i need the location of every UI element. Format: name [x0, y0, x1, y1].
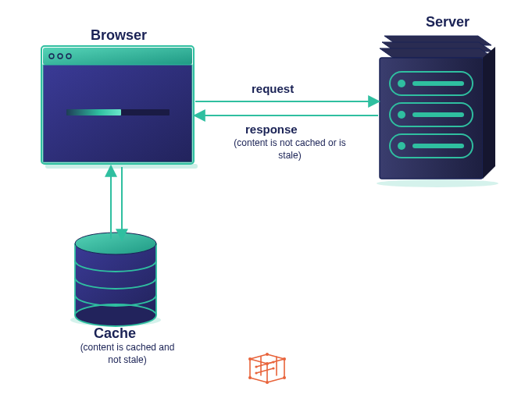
- svg-rect-19: [412, 144, 464, 148]
- browser-server-arrows: [195, 101, 378, 115]
- browser-label: Browser: [91, 27, 147, 44]
- svg-point-31: [266, 353, 269, 356]
- svg-point-22: [75, 304, 156, 326]
- cache-cylinder: [70, 233, 161, 326]
- svg-point-40: [272, 367, 274, 369]
- svg-point-10: [377, 179, 498, 187]
- svg-point-15: [398, 111, 405, 119]
- svg-point-33: [248, 376, 252, 379]
- response-label: response: [245, 123, 298, 136]
- browser-cache-arrows: [111, 167, 122, 239]
- svg-rect-2: [43, 48, 192, 65]
- svg-rect-13: [412, 81, 464, 86]
- svg-point-34: [266, 381, 269, 384]
- svg-point-32: [283, 357, 286, 361]
- svg-point-12: [398, 80, 405, 87]
- server: [377, 36, 498, 187]
- svg-point-35: [283, 376, 286, 379]
- svg-point-30: [248, 357, 252, 361]
- svg-point-38: [272, 361, 274, 363]
- svg-point-39: [255, 371, 257, 374]
- svg-point-18: [398, 142, 405, 150]
- browser-window: [41, 46, 198, 169]
- svg-rect-9: [380, 58, 483, 179]
- cache-sublabel: (content is cached and not stale): [73, 342, 182, 366]
- response-sublabel: (content is not cached or is stale): [231, 137, 348, 162]
- logo-icon: [248, 353, 286, 384]
- svg-rect-16: [412, 112, 464, 117]
- cache-label: Cache: [94, 325, 136, 342]
- server-label: Server: [426, 14, 470, 30]
- diagram-root: [0, 0, 532, 398]
- svg-point-37: [255, 365, 257, 368]
- svg-rect-8: [66, 109, 121, 115]
- svg-point-36: [266, 362, 269, 365]
- svg-point-25: [75, 233, 156, 254]
- request-label: request: [252, 82, 294, 95]
- server-bays: [390, 72, 473, 158]
